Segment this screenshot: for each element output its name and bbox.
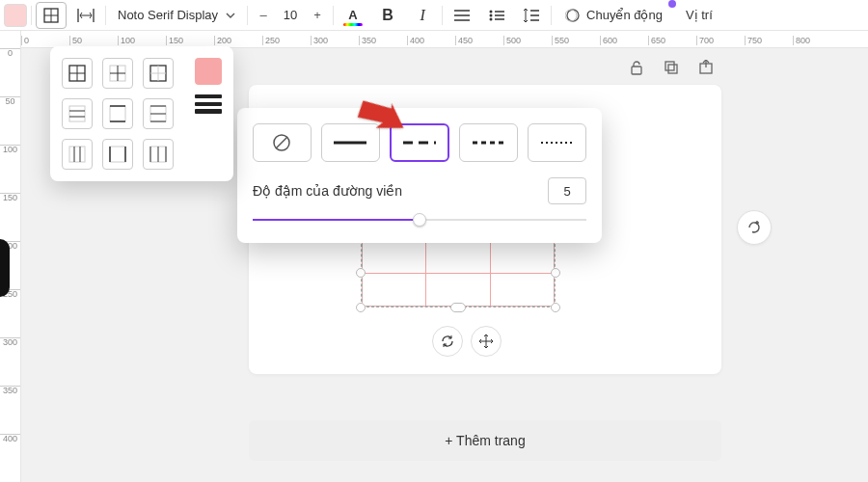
svg-rect-49 bbox=[69, 147, 85, 162]
line-style-dotted[interactable] bbox=[528, 123, 586, 162]
line-weight-icon[interactable] bbox=[195, 94, 222, 114]
separator bbox=[442, 6, 443, 25]
add-page-label: + Thêm trang bbox=[445, 433, 525, 448]
line-style-short-dash[interactable] bbox=[459, 123, 518, 162]
table-grid-button[interactable] bbox=[36, 2, 67, 29]
svg-rect-21 bbox=[632, 67, 641, 74]
fill-color-swatch[interactable] bbox=[4, 4, 27, 27]
border-color-swatch[interactable] bbox=[195, 58, 222, 85]
resize-handle[interactable] bbox=[551, 303, 560, 312]
font-family-select[interactable]: Noto Serif Display bbox=[110, 2, 243, 29]
chevron-down-icon bbox=[226, 13, 235, 18]
border-inner[interactable] bbox=[102, 58, 133, 89]
line-spacing-button[interactable] bbox=[516, 2, 547, 29]
border-rows[interactable] bbox=[143, 98, 174, 129]
border-left-right[interactable] bbox=[102, 139, 133, 170]
position-label: Vị trí bbox=[686, 8, 713, 22]
motion-button[interactable]: Chuyển động bbox=[556, 2, 672, 29]
font-size-group: – 10 + bbox=[252, 4, 329, 27]
motion-icon bbox=[565, 8, 581, 23]
weight-value-input[interactable]: 5 bbox=[548, 177, 586, 204]
export-button[interactable] bbox=[694, 56, 718, 79]
sync-button[interactable] bbox=[432, 326, 463, 357]
svg-point-9 bbox=[490, 10, 493, 13]
border-vertical[interactable] bbox=[62, 139, 93, 170]
floating-quick-actions bbox=[432, 326, 502, 357]
unlock-button[interactable] bbox=[625, 56, 648, 79]
line-style-popover: Độ đậm của đường viền 5 bbox=[237, 108, 602, 243]
text-color-button[interactable]: A bbox=[338, 2, 368, 29]
border-outer[interactable] bbox=[143, 58, 174, 89]
resize-handle[interactable] bbox=[356, 303, 366, 312]
top-toolbar: Noto Serif Display – 10 + A B I Chuyển đ… bbox=[0, 0, 868, 31]
position-button[interactable]: Vị trí bbox=[676, 2, 722, 29]
bold-button[interactable]: B bbox=[372, 2, 403, 29]
separator bbox=[105, 6, 106, 25]
motion-label: Chuyển động bbox=[586, 8, 663, 22]
move-button[interactable] bbox=[471, 326, 502, 357]
font-size-value[interactable]: 10 bbox=[277, 8, 304, 22]
notification-dot bbox=[668, 0, 676, 8]
line-style-none[interactable] bbox=[253, 123, 312, 162]
border-cols[interactable] bbox=[143, 139, 174, 170]
svg-rect-42 bbox=[110, 106, 125, 121]
svg-line-60 bbox=[276, 137, 287, 148]
table-border-popover bbox=[50, 46, 233, 181]
svg-point-13 bbox=[490, 17, 493, 20]
separator bbox=[31, 6, 32, 25]
svg-rect-39 bbox=[69, 106, 85, 121]
weight-label: Độ đậm của đường viền bbox=[253, 183, 402, 199]
separator bbox=[551, 6, 552, 25]
border-horizontal[interactable] bbox=[62, 98, 93, 129]
svg-point-11 bbox=[490, 13, 493, 16]
column-width-button[interactable] bbox=[70, 2, 101, 29]
align-button[interactable] bbox=[447, 2, 477, 29]
svg-rect-52 bbox=[110, 147, 125, 162]
border-all[interactable] bbox=[62, 58, 93, 89]
svg-rect-22 bbox=[665, 62, 674, 70]
border-top-bottom[interactable] bbox=[102, 98, 133, 129]
font-size-decrease[interactable]: – bbox=[252, 4, 275, 27]
separator bbox=[333, 6, 334, 25]
comment-button[interactable] bbox=[737, 210, 772, 245]
canvas-actions bbox=[625, 56, 718, 79]
svg-rect-23 bbox=[668, 65, 677, 73]
resize-handle[interactable] bbox=[356, 268, 366, 278]
selected-table[interactable] bbox=[362, 239, 555, 307]
duplicate-button[interactable] bbox=[660, 56, 683, 79]
rainbow-underline bbox=[343, 23, 363, 26]
bullet-list-button[interactable] bbox=[481, 2, 512, 29]
weight-slider[interactable] bbox=[253, 212, 586, 228]
add-page-button[interactable]: + Thêm trang bbox=[249, 420, 721, 461]
resize-handle[interactable] bbox=[450, 303, 466, 312]
collapsed-side-panel[interactable] bbox=[0, 239, 10, 297]
font-name: Noto Serif Display bbox=[118, 8, 218, 22]
separator bbox=[247, 6, 248, 25]
resize-handle[interactable] bbox=[551, 268, 560, 278]
font-size-increase[interactable]: + bbox=[306, 4, 329, 27]
italic-button[interactable]: I bbox=[407, 2, 438, 29]
